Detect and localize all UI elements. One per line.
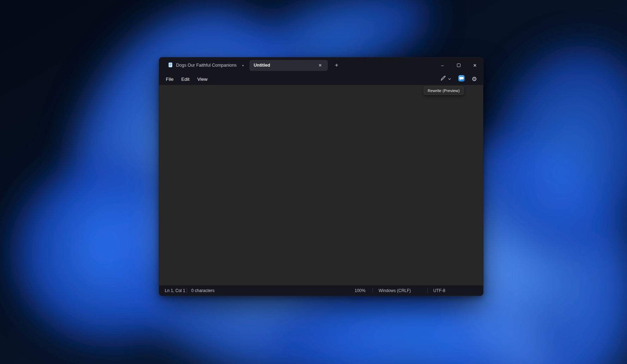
copilot-chat-icon (458, 75, 465, 83)
menu-file[interactable]: File (162, 75, 177, 84)
minimize-icon: – (441, 63, 444, 68)
close-button[interactable]: ✕ (467, 57, 483, 73)
rewrite-tooltip: Rewrite (Preview) (424, 86, 464, 95)
tab-bar: Dogs Our Faithful Companions ● Untitled … (159, 57, 342, 73)
cursor-position: Ln 1, Col 1 (159, 288, 187, 293)
status-right-group: 100% Windows (CRLF) UTF-8 (353, 285, 445, 296)
character-count: 0 characters (187, 288, 215, 293)
editor-text-area[interactable] (159, 85, 483, 285)
notepad-window: Dogs Our Faithful Companions ● Untitled … (159, 57, 483, 296)
status-bar: Ln 1, Col 1 0 characters 100% Windows (C… (159, 285, 483, 296)
new-tab-button[interactable]: + (331, 62, 342, 69)
maximize-icon (457, 63, 460, 67)
window-controls: – ✕ (434, 57, 483, 73)
close-icon: ✕ (473, 63, 477, 68)
settings-button[interactable]: ⚙ (469, 74, 480, 84)
line-ending: Windows (CRLF) (373, 288, 427, 293)
tab-untitled[interactable]: Untitled ✕ (249, 60, 328, 71)
copilot-button[interactable] (456, 73, 467, 85)
rewrite-pen-icon (440, 75, 446, 83)
menu-actions: ⚙ (438, 73, 480, 85)
unsaved-indicator-dot: ● (242, 64, 244, 67)
editor-area (159, 85, 483, 285)
chevron-down-icon (448, 76, 451, 82)
menu-view[interactable]: View (193, 75, 211, 84)
menu-bar: File Edit View (159, 73, 483, 85)
tab-title: Untitled (254, 63, 314, 68)
minimize-button[interactable]: – (434, 57, 451, 73)
titlebar[interactable]: Dogs Our Faithful Companions ● Untitled … (159, 57, 483, 73)
zoom-level: 100% (353, 288, 373, 293)
maximize-button[interactable] (451, 57, 467, 73)
gear-icon: ⚙ (472, 76, 477, 82)
notepad-document-icon (168, 62, 173, 69)
tab-title: Dogs Our Faithful Companions (176, 63, 239, 68)
tab-close-button[interactable]: ✕ (317, 62, 324, 68)
menu-edit[interactable]: Edit (177, 75, 193, 84)
tab-dogs-our-faithful-companions[interactable]: Dogs Our Faithful Companions ● (163, 60, 248, 71)
encoding: UTF-8 (428, 288, 445, 293)
rewrite-button[interactable] (438, 73, 454, 85)
